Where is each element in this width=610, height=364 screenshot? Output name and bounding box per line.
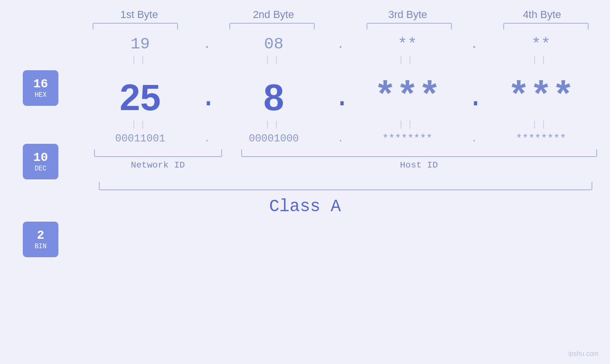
bin-badge: 2 BIN — [23, 222, 58, 257]
hex-data-row: 19 . 08 . ** . ** — [84, 35, 597, 53]
dec-data-row: 25 . 8 . *** . *** — [84, 68, 597, 116]
eq1-b1: || — [88, 55, 192, 65]
host-id-label: Host ID — [241, 160, 597, 170]
dot-dec-1: . — [200, 82, 214, 116]
hex-b2: 08 — [222, 35, 326, 53]
bracket-4 — [503, 23, 589, 29]
hex-b1: 19 — [88, 35, 192, 53]
dec-badge-number: 10 — [33, 151, 48, 165]
eq1-b3: || — [355, 55, 460, 65]
dot-dec-3: . — [467, 82, 481, 116]
eq2-b3: || — [355, 120, 460, 129]
bin-b4: ******** — [489, 133, 593, 145]
header-byte3: 3rd Byte — [356, 9, 460, 21]
hex-badge: 16 HEX — [23, 70, 58, 106]
bracket-2 — [229, 23, 315, 29]
eq2-b1: || — [88, 120, 192, 129]
eq2-b2: || — [222, 120, 326, 129]
header-byte2: 2nd Byte — [221, 9, 326, 21]
dec-b1: 25 — [88, 79, 192, 116]
class-label: Class A — [0, 197, 610, 216]
dot-bin-2: . — [333, 133, 347, 145]
equals-row-1: || || || || — [84, 55, 597, 65]
dot-hex-3: . — [467, 37, 481, 52]
dec-badge: 10 DEC — [23, 144, 58, 179]
dec-b4: *** — [489, 79, 593, 116]
dot-hex-1: . — [200, 37, 214, 52]
equals-row-2: || || || || — [84, 120, 597, 129]
header-byte4: 4th Byte — [490, 9, 594, 21]
dot-bin-1: . — [200, 133, 214, 145]
hex-b3: ** — [355, 35, 460, 53]
hex-badge-label: HEX — [35, 91, 47, 99]
bracket-3 — [366, 23, 452, 29]
dec-b3: *** — [355, 79, 460, 116]
hex-b4: ** — [489, 35, 593, 53]
header-byte1: 1st Byte — [87, 9, 191, 21]
bottom-bracket-area: Network ID Host ID — [84, 149, 597, 178]
eq2-b4: || — [489, 120, 593, 129]
dot-hex-2: . — [333, 37, 347, 52]
dot-bin-3: . — [467, 133, 481, 145]
bin-b3: ******** — [355, 133, 460, 145]
bin-b2: 00001000 — [222, 133, 326, 145]
eq1-b2: || — [222, 55, 326, 65]
bin-badge-label: BIN — [35, 243, 47, 250]
bracket-1 — [93, 23, 178, 29]
eq1-b4: || — [489, 55, 593, 65]
main-container: 16 HEX 10 DEC 2 BIN 1st Byte 2nd Byte 3r… — [0, 0, 610, 364]
headers-row: 1st Byte 2nd Byte 3rd Byte 4th Byte — [84, 9, 597, 21]
bin-data-row: 00011001 . 00001000 . ******** . *******… — [84, 133, 597, 145]
dec-badge-label: DEC — [35, 165, 47, 172]
network-bracket — [94, 149, 222, 157]
dec-b2: 8 — [222, 79, 326, 116]
watermark: ipshu.com — [568, 350, 599, 357]
bin-badge-number: 2 — [37, 229, 45, 243]
bin-b1: 00011001 — [88, 133, 192, 145]
host-bracket — [241, 149, 597, 157]
network-id-label: Network ID — [94, 160, 222, 170]
dot-dec-2: . — [333, 82, 347, 116]
top-brackets — [84, 23, 597, 29]
hex-badge-number: 16 — [33, 77, 48, 91]
big-bottom-bracket — [99, 182, 592, 190]
